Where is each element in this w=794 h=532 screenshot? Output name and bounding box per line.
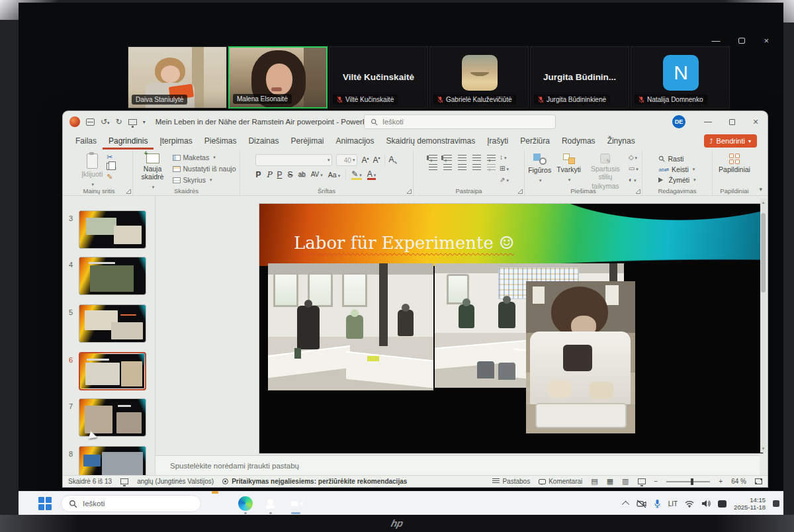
slide-thumbnail-5[interactable]: [79, 304, 146, 343]
underline-button[interactable]: P: [277, 171, 283, 179]
layout-button[interactable]: Maketas: [173, 154, 236, 161]
format-painter-icon[interactable]: [107, 173, 116, 181]
zoom-minimize-icon[interactable]: —: [711, 36, 720, 46]
change-case-button[interactable]: Aa: [328, 171, 340, 179]
paste-button[interactable]: Įklijuoti: [81, 154, 103, 187]
participant-tile-malena[interactable]: Malena Elsonaitė: [228, 46, 328, 109]
shape-effects-icon[interactable]: ◐: [629, 176, 639, 183]
addins-button[interactable]: Papildiniai: [719, 154, 750, 173]
slide-title[interactable]: Labor für Experimente ☺: [294, 233, 514, 253]
convert-smartart-icon[interactable]: ⇗: [500, 176, 509, 183]
account-badge[interactable]: DE: [672, 115, 685, 128]
quick-access-grid-icon[interactable]: [86, 118, 95, 126]
fit-to-window-icon[interactable]: [755, 478, 762, 484]
minimize-icon[interactable]: —: [696, 111, 720, 132]
text-shadow-button[interactable]: ab: [298, 171, 306, 178]
normal-view-icon[interactable]: ▤: [591, 477, 597, 486]
new-slide-button[interactable]: Nauja skaidrė: [137, 154, 169, 190]
drawing-dialog-launcher[interactable]: [636, 189, 640, 194]
zoom-out-icon[interactable]: −: [654, 478, 658, 485]
quick-styles-button[interactable]: Spartusis stilių taikymas: [586, 154, 625, 190]
character-spacing-button[interactable]: AV: [311, 171, 323, 178]
zoom-level[interactable]: 64 %: [731, 478, 746, 485]
speaker-icon[interactable]: [701, 500, 711, 508]
zoom-close-icon[interactable]: ×: [764, 36, 769, 46]
slide-thumbnail-3[interactable]: [79, 210, 146, 249]
slide-thumbnail-6-selected[interactable]: [79, 352, 146, 390]
participant-tile-natalija[interactable]: N Natalija Domnenko: [631, 46, 730, 109]
tab-dizainas[interactable]: Dizainas: [242, 134, 285, 150]
tab-perejimai[interactable]: Perėjimai: [285, 134, 330, 150]
comments-toggle[interactable]: Komentarai: [539, 478, 582, 485]
display-settings-icon[interactable]: [120, 478, 128, 484]
zoom-slider[interactable]: [666, 481, 710, 482]
align-text-icon[interactable]: ⊞: [500, 165, 509, 172]
zoom-maximize-icon[interactable]: [738, 38, 745, 44]
tab-animacijos[interactable]: Animacijos: [330, 134, 380, 150]
language-status[interactable]: anglų (Jungtinės Valstijos): [137, 478, 214, 485]
accessibility-checker[interactable]: Pritaikymas neįgaliesiems: peržiūrėkite …: [222, 478, 407, 485]
cut-icon[interactable]: [107, 154, 116, 161]
slide-thumbnail-4[interactable]: [79, 257, 146, 295]
microphone-icon[interactable]: [654, 499, 661, 508]
justify-icon[interactable]: [472, 164, 481, 170]
pen-touch-icon[interactable]: [718, 500, 727, 508]
maximize-icon[interactable]: [720, 111, 744, 132]
tab-rodymas[interactable]: Rodymas: [556, 134, 601, 150]
shape-fill-icon[interactable]: ◇: [629, 154, 639, 161]
tray-expand-icon[interactable]: [622, 501, 629, 508]
tab-piesimas[interactable]: Piešimas: [198, 134, 243, 150]
italic-button[interactable]: P: [266, 171, 271, 179]
font-name-select[interactable]: [255, 154, 332, 166]
text-direction-icon[interactable]: ↕: [500, 154, 509, 161]
zoom-in-icon[interactable]: +: [719, 478, 723, 485]
shapes-button[interactable]: Figūros: [528, 154, 551, 183]
collapse-ribbon-icon[interactable]: ▾: [759, 186, 762, 193]
line-spacing-icon[interactable]: [487, 155, 496, 161]
tab-pagrindinis[interactable]: Pagrindinis: [103, 134, 154, 150]
vertical-scrollbar[interactable]: ▴ ▾: [760, 199, 766, 453]
clock[interactable]: 14:15 2025-11-18: [734, 496, 766, 511]
arrange-button[interactable]: Tvarkyti: [556, 154, 581, 183]
clear-formatting-icon[interactable]: A✎: [389, 155, 398, 165]
shrink-font-icon[interactable]: A▾: [373, 156, 380, 164]
edge-browser-icon[interactable]: [238, 496, 253, 511]
strikethrough-button[interactable]: S: [288, 171, 293, 179]
reset-button[interactable]: Nustatyti iš naujo: [173, 165, 236, 173]
bold-button[interactable]: P: [255, 171, 261, 179]
share-button[interactable]: Bendrinti: [704, 134, 757, 148]
tab-failas[interactable]: Failas: [69, 134, 103, 150]
tab-perziura[interactable]: Peržiūra: [514, 134, 556, 150]
participant-tile-jurgita[interactable]: Jurgita Būdinin... Jurgita Būdininkienė: [530, 46, 629, 109]
increase-indent-icon[interactable]: [472, 155, 481, 161]
slideshow-view-icon[interactable]: [638, 478, 646, 484]
undo-icon[interactable]: ↺▾: [101, 117, 110, 126]
shape-outline-icon[interactable]: ▭: [629, 165, 639, 172]
quick-access-customize-icon[interactable]: ▾: [143, 119, 146, 125]
wifi-icon[interactable]: [685, 500, 694, 508]
start-slideshow-icon[interactable]: [128, 119, 137, 125]
decrease-indent-icon[interactable]: [458, 155, 466, 161]
tab-iterpimas[interactable]: Įterpimas: [154, 134, 198, 150]
font-dialog-launcher[interactable]: [407, 189, 412, 194]
start-button[interactable]: [38, 497, 52, 510]
text-highlight-button[interactable]: ✎: [351, 170, 362, 180]
paragraph-dialog-launcher[interactable]: [518, 189, 523, 194]
copy-icon[interactable]: [107, 163, 116, 171]
slide-canvas[interactable]: Labor für Experimente ☺: [259, 204, 763, 453]
participant-tile-vilte[interactable]: Viltė Kučinskaitė Viltė Kučinskaitė: [329, 46, 428, 109]
bullet-list-icon[interactable]: [429, 155, 437, 161]
tab-skaidriu-demonstravimas[interactable]: Skaidrių demonstravimas: [380, 134, 482, 150]
slide-thumbnail-8[interactable]: [79, 446, 146, 476]
find-button[interactable]: Rasti: [658, 155, 684, 163]
language-indicator[interactable]: LIT: [668, 500, 678, 508]
tab-irasyti[interactable]: Įrašyti: [481, 134, 514, 150]
columns-icon[interactable]: [487, 164, 496, 170]
numbered-list-icon[interactable]: [443, 155, 452, 161]
align-left-icon[interactable]: [429, 164, 437, 170]
participant-tile-gabriele[interactable]: Gabrielė Kaluževičiūtė: [429, 46, 529, 109]
grow-font-icon[interactable]: A▴: [361, 156, 369, 164]
align-center-icon[interactable]: [443, 164, 452, 170]
notes-pane[interactable]: Spustelėkite norėdami įtraukti pastabų: [155, 455, 760, 475]
camera-off-icon[interactable]: [637, 500, 646, 508]
